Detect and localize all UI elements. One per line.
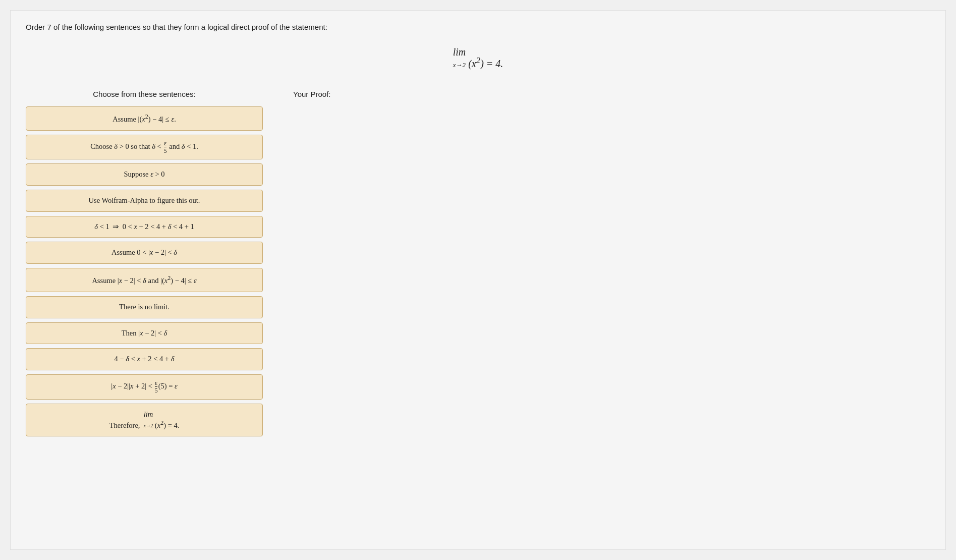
proof-column: Your Proof:: [293, 90, 930, 106]
sentence-btn-2[interactable]: Choose δ > 0 so that δ < ε5 and δ < 1.: [26, 135, 263, 160]
two-column-layout: Choose from these sentences: Assume |(x2…: [26, 90, 930, 440]
sentence-btn-8[interactable]: There is no limit.: [26, 296, 263, 318]
sentence-btn-9[interactable]: Then |x − 2| < δ: [26, 322, 263, 345]
page-container: Order 7 of the following sentences so th…: [10, 10, 946, 550]
sentence-btn-6[interactable]: Assume 0 < |x − 2| < δ: [26, 242, 263, 264]
sentence-btn-12[interactable]: Therefore, lim x→2 (x2) = 4.: [26, 404, 263, 437]
sentence-btn-5[interactable]: δ < 1 ⇒ 0 < x + 2 < 4 + δ < 4 + 1: [26, 216, 263, 238]
sentence-btn-11[interactable]: |x − 2||x + 2| < ε5(5) = ε: [26, 374, 263, 400]
left-col-label: Choose from these sentences:: [26, 90, 263, 98]
sentence-btn-1[interactable]: Assume |(x2) − 4| ≤ ε.: [26, 106, 263, 131]
sentence-btn-7[interactable]: Assume |x − 2| < δ and |(x2) − 4| ≤ ε: [26, 268, 263, 292]
instruction-text: Order 7 of the following sentences so th…: [26, 23, 930, 31]
right-col-label: Your Proof:: [293, 90, 930, 98]
sentence-btn-10[interactable]: 4 − δ < x + 2 < 4 + δ: [26, 348, 263, 370]
sentence-btn-4[interactable]: Use Wolfram-Alpha to figure this out.: [26, 190, 263, 212]
sentence-btn-3[interactable]: Suppose ε > 0: [26, 163, 263, 186]
sentences-column: Choose from these sentences: Assume |(x2…: [26, 90, 263, 440]
limit-statement: lim x→2 (x2) = 4.: [26, 46, 930, 70]
